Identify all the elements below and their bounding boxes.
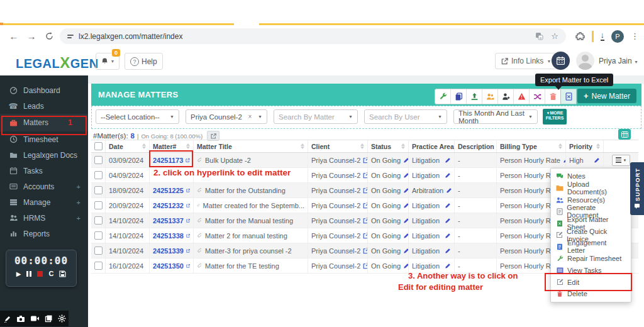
support-tab[interactable]: SUPPORT [630,162,644,215]
timer-save-button[interactable] [59,270,66,277]
video-icon[interactable] [30,315,40,322]
edit-pencil-icon[interactable] [403,202,409,209]
translate-icon[interactable]: a [535,32,543,40]
external-link-icon[interactable] [363,157,368,164]
edit-pencil-icon[interactable] [446,187,452,194]
menu-item-upload-documents[interactable]: Upload Document(s) [551,182,631,194]
sidebar-item-hrms[interactable]: HRMS + [0,210,88,226]
external-link-icon[interactable] [186,248,190,254]
row-checkbox[interactable] [94,231,103,240]
header-status[interactable]: Status [368,140,409,152]
site-settings-icon[interactable] [67,35,74,38]
expand-plus-icon[interactable]: + [77,199,80,206]
downloads-icon[interactable]: ↓ [601,31,605,41]
timer-reset-button[interactable]: C [48,270,53,277]
edit-pencil-icon[interactable] [445,233,451,239]
date-range-select[interactable]: This Month And Last Month ▼ [453,109,538,124]
expand-plus-icon[interactable]: + [77,214,80,222]
export-excel-button[interactable] [561,89,576,104]
sidebar-item-legalxgen-docs[interactable]: Legalxgen Docs [0,147,88,163]
header-client[interactable]: Client [308,140,368,152]
matter-link[interactable]: 24251225 [153,187,184,194]
header-billing-type[interactable]: Billing Type [497,140,566,152]
bookmark-star-icon[interactable]: ☆ [551,31,558,41]
row-checkbox[interactable] [94,186,103,194]
pen-icon[interactable] [4,315,11,323]
external-link-icon[interactable] [186,187,190,194]
expand-plus-icon[interactable]: + [77,183,80,191]
matter-link[interactable]: 24251339 [153,247,184,255]
copy-paste-button[interactable] [451,89,467,104]
row-actions-button[interactable]: ▼ [612,155,630,166]
sidebar-item-manage[interactable]: Manage + [0,194,88,210]
layers-icon[interactable] [45,314,53,323]
sidebar-item-timesheet[interactable]: Timesheet [0,131,88,147]
new-matter-button[interactable]: + New Matter [577,89,636,103]
search-by-matter-select[interactable]: Search By Matter ▼ [274,109,358,124]
timer-stop-button[interactable] [37,271,43,277]
external-link-icon[interactable] [186,233,190,239]
group-button[interactable] [482,89,498,104]
matter-link[interactable]: 24251232 [153,202,184,209]
repair-tools-button[interactable] [435,89,451,104]
reload-icon[interactable] [40,32,58,40]
camera-icon[interactable] [16,315,25,323]
external-link-icon[interactable] [186,263,190,269]
counsel-select[interactable]: Priya Counsel-2 × ▼ [186,109,267,124]
search-by-user-select[interactable]: Search By User ▼ [364,109,447,124]
menu-item-delete[interactable]: Delete [551,288,631,300]
location-select[interactable]: --Select Location-- ▼ [96,109,179,124]
edit-pencil-icon[interactable] [403,218,409,224]
row-checkbox[interactable] [94,156,103,164]
assign-user-button[interactable] [498,89,514,104]
menu-item-engagement-letter[interactable]: Engagement Letter [551,241,631,253]
sidebar-item-reports[interactable]: Reports [0,226,88,241]
sidebar-item-leads[interactable]: ☎ Leads [0,98,88,114]
menu-item-view-tasks[interactable]: View Tasks [551,265,631,277]
header-title[interactable]: Matter Title [194,140,308,152]
user-menu[interactable]: Priya Jain ▼ [599,57,638,65]
calendar-button[interactable] [552,52,570,70]
import-button[interactable] [467,89,482,104]
edit-pencil-icon[interactable] [594,157,600,164]
select-all-checkbox[interactable] [94,142,103,150]
address-bar[interactable]: lx2.legalxgen.com/matter/index a ☆ [60,28,566,44]
external-link-icon[interactable] [186,157,190,164]
alerts-button[interactable] [514,89,530,104]
external-link-icon[interactable] [363,218,368,224]
matter-link[interactable]: 24251173 [153,157,183,164]
sidebar-item-dashboard[interactable]: Dashboard [0,82,88,98]
forward-icon[interactable]: → [23,31,40,42]
row-checkbox[interactable] [94,216,103,224]
timer-pause-button[interactable] [26,271,31,277]
external-link-icon[interactable] [186,202,190,209]
gear-icon[interactable] [58,314,66,323]
menu-item-repair-timesheet[interactable]: Repair Timesheet [551,253,631,265]
header-description[interactable]: Description [455,140,497,152]
clear-icon[interactable]: × [245,113,252,120]
back-icon[interactable]: ← [5,31,23,42]
browser-menu-icon[interactable]: ⋮ [631,31,639,41]
external-link-icon[interactable] [363,263,368,269]
edit-pencil-icon[interactable] [403,157,409,164]
edit-pencil-icon[interactable] [403,233,409,239]
edit-pencil-icon[interactable] [445,157,451,164]
edit-pencil-icon[interactable] [445,202,451,209]
row-checkbox[interactable] [94,201,103,209]
menu-item-edit[interactable]: Edit [551,276,631,288]
info-links-button[interactable]: Info Links ▼ [495,53,557,69]
header-date[interactable]: Date [106,140,150,152]
column-picker-button[interactable] [618,129,631,140]
edit-pencil-icon[interactable] [403,187,409,194]
external-link-icon[interactable] [363,187,368,194]
help-button[interactable]: ? Help [125,53,163,70]
edit-pencil-icon[interactable] [445,172,451,179]
header-priority[interactable]: Priority [566,140,604,152]
user-avatar[interactable] [576,52,594,70]
sidebar-item-accounts[interactable]: Accounts + [0,179,88,194]
sidebar-item-matters[interactable]: Matters 1 [0,114,88,131]
browser-profile-avatar[interactable]: P [611,30,624,43]
header-matter[interactable]: Matter# [150,140,194,152]
edit-pencil-icon[interactable] [445,263,451,269]
row-checkbox[interactable] [94,171,103,179]
